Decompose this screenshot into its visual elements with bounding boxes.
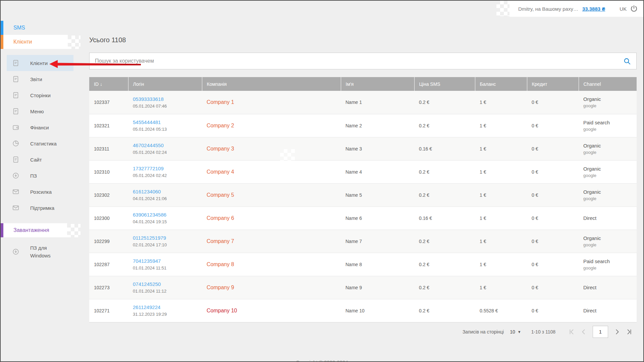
company-link[interactable]: Company 6	[207, 215, 234, 221]
cell-sms-price: 0.2 €	[414, 114, 475, 137]
cell-id: 102299	[89, 230, 128, 253]
search-input[interactable]	[90, 53, 636, 69]
login-link[interactable]: 5455444481	[133, 119, 161, 125]
sidebar-item-9[interactable]: Розсилка	[7, 184, 73, 200]
column-header-4[interactable]: Ім'я	[341, 77, 414, 91]
sidebar-item-label: ПЗ для Windows	[30, 244, 61, 260]
sidebar-section-sms[interactable]: SMS	[1, 21, 73, 35]
sidebar-item-6[interactable]: Статистика	[7, 135, 73, 152]
sidebar-item-5[interactable]: Фінанси	[7, 119, 73, 135]
sidebar-item-label: Статистика	[30, 141, 57, 146]
channel-sub: google	[583, 127, 633, 132]
sidebar-item-4[interactable]: Меню	[7, 103, 73, 119]
sidebar-item-2[interactable]: Звіти	[7, 71, 73, 87]
sidebar-item-7[interactable]: Сайт	[7, 152, 73, 168]
login-link[interactable]: 2611249224	[133, 304, 160, 310]
envelope-icon	[12, 204, 19, 212]
column-header-2[interactable]: Логін	[128, 77, 202, 91]
column-header-3[interactable]: Компанія	[202, 77, 341, 91]
login-link[interactable]: 17327772109	[133, 166, 164, 171]
per-page-select[interactable]: 10 ▼	[510, 329, 521, 335]
balance-link[interactable]: 33,3883 ₴	[582, 6, 605, 12]
table-row: 102337 05393333618 05.01.2024 07:46 Comp…	[89, 91, 637, 114]
login-link[interactable]: 7041235947	[133, 258, 161, 264]
company-link[interactable]: Company 7	[207, 238, 234, 244]
sidebar-item-1[interactable]: Клієнти	[7, 55, 73, 71]
cell-name: Name 8	[341, 253, 414, 276]
cell-login: 46702444550 05.01.2024 02:24	[128, 137, 202, 160]
document-icon	[12, 59, 19, 67]
section-color-bar	[1, 223, 3, 237]
cell-credit: 0 €	[527, 206, 579, 230]
cell-credit: 0 €	[527, 137, 579, 160]
column-header-6[interactable]: Баланс	[475, 77, 527, 91]
next-page-button[interactable]	[614, 329, 620, 335]
login-link[interactable]: 0741245250	[133, 281, 161, 287]
sidebar-item-pz-for-windows[interactable]: ПЗ для Windows	[7, 244, 70, 260]
cell-credit: 0 €	[527, 114, 579, 137]
cell-sms-price: 0.2 €	[414, 183, 475, 206]
company-link[interactable]: Company 3	[207, 146, 234, 152]
company-link[interactable]: Company 2	[207, 123, 234, 128]
first-page-button[interactable]	[569, 329, 575, 335]
cell-name: Name 5	[341, 183, 414, 206]
cell-balance: 1 €	[475, 160, 527, 183]
login-link[interactable]: 011251251979	[133, 235, 166, 241]
language-switcher[interactable]: UK	[610, 6, 627, 12]
table-row: 102299 011251251979 02.01.2024 17:10 Com…	[89, 230, 637, 253]
company-link[interactable]: Company 4	[207, 169, 234, 175]
sidebar-item-label: Клієнти	[30, 60, 48, 66]
sidebar-item-10[interactable]: Підтримка	[7, 200, 73, 216]
sidebar-item-8[interactable]: ПЗ	[7, 168, 73, 184]
login-date: 01.01.2024 11:51	[133, 265, 199, 270]
envelope-icon	[12, 204, 19, 212]
logout-button[interactable]	[630, 5, 638, 13]
page-title: Усього 1108	[89, 36, 126, 44]
sidebar-section-clients[interactable]: Клієнти	[1, 35, 68, 49]
ukraine-flag-icon	[610, 6, 618, 11]
company-link[interactable]: Company 8	[207, 261, 234, 267]
column-header-1[interactable]: ID ↓	[89, 77, 128, 91]
company-link[interactable]: Company 5	[207, 192, 234, 198]
column-header-7[interactable]: Кредит	[527, 77, 579, 91]
company-link[interactable]: Company 10	[207, 308, 237, 313]
company-link[interactable]: Company 9	[207, 285, 234, 290]
previous-page-button[interactable]	[581, 329, 587, 335]
current-page-input[interactable]: 1	[593, 326, 608, 338]
sidebar-section-downloads[interactable]: Завантаження	[1, 223, 67, 237]
download-icon	[12, 248, 19, 255]
topbar-user-block: Dmitry, на Вашому раху… 33,3883 ₴ UK	[509, 1, 643, 17]
cell-id: 102337	[89, 91, 128, 114]
company-link[interactable]: Company 1	[207, 99, 234, 105]
cell-id: 102321	[89, 114, 128, 137]
login-link[interactable]: 46702444550	[133, 142, 164, 148]
column-header-8[interactable]: Channel	[579, 77, 637, 91]
login-link[interactable]: 6161234060	[133, 189, 161, 194]
login-date: 04.01.2024 19:15	[133, 219, 199, 224]
pagination-range: 1-10 з 1108	[531, 329, 555, 335]
table-row: 102300 639061234586 04.01.2024 19:15 Com…	[89, 206, 637, 230]
cell-id: 102311	[89, 137, 128, 160]
table-row: 102287 7041235947 01.01.2024 11:51 Compa…	[89, 253, 637, 276]
search-button[interactable]	[623, 57, 631, 65]
sidebar-item-3[interactable]: Сторінки	[7, 87, 73, 103]
login-link[interactable]: 05393333618	[133, 96, 164, 102]
document-icon	[12, 92, 19, 99]
transparency-artifact	[280, 149, 295, 161]
cell-channel: Direct	[579, 299, 637, 322]
channel-sub: google	[583, 265, 633, 270]
login-date: 05.01.2024 07:46	[133, 104, 199, 109]
login-link[interactable]: 639061234586	[133, 212, 166, 218]
section-color-bar	[1, 35, 3, 49]
pie-chart-icon	[12, 140, 19, 147]
cell-channel: Paid search google	[579, 114, 637, 137]
cell-login: 6161234060 04.01.2024 21:06	[128, 183, 202, 206]
channel-main: Organic	[583, 166, 633, 172]
section-label: SMS	[13, 25, 25, 31]
last-page-button[interactable]	[626, 329, 632, 335]
channel-sub: google	[583, 150, 633, 155]
login-date: 05.01.2024 02:42	[133, 173, 199, 178]
column-header-5[interactable]: Ціна SMS	[414, 77, 475, 91]
cell-company: Company 6	[202, 206, 341, 230]
document-icon	[12, 108, 19, 115]
